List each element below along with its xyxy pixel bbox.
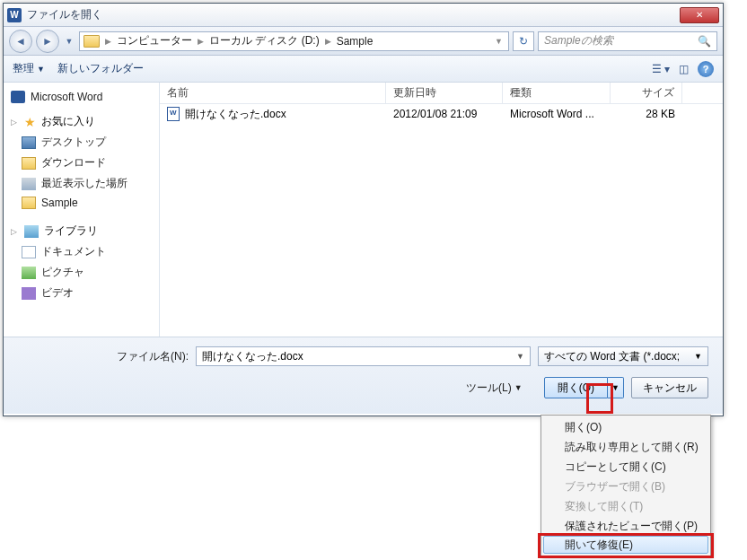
chevron-down-icon[interactable]: ▼ [493,37,505,46]
path-segment[interactable]: Sample [335,35,375,48]
col-type[interactable]: 種類 [503,83,611,103]
sidebar-item-videos[interactable]: ビデオ [4,283,159,303]
chevron-right-icon: ▶ [323,37,333,46]
new-folder-button[interactable]: 新しいフォルダー [57,61,144,76]
preview-pane-button[interactable]: ◫ [679,63,689,75]
document-icon [22,246,36,258]
picture-icon [22,267,36,279]
chevron-right-icon: ▶ [103,37,113,46]
file-type: Microsoft Word ... [503,108,611,120]
open-dropdown-button[interactable]: ▼ [608,377,624,398]
col-date[interactable]: 更新日時 [386,83,503,103]
menu-open-protected[interactable]: 保護されたビューで開く(P) [543,516,708,536]
file-date: 2012/01/08 21:09 [386,108,503,120]
star-icon: ★ [24,116,36,128]
col-size[interactable]: サイズ [611,83,682,103]
sidebar-group-libraries[interactable]: ▷ライブラリ [4,221,159,241]
chevron-down-icon[interactable]: ▼ [516,352,524,361]
sidebar-item-desktop[interactable]: デスクトップ [4,132,159,153]
menu-open-copy[interactable]: コピーとして開く(C) [543,457,708,477]
sidebar-item-word[interactable]: Microsoft Word [4,88,159,106]
open-file-dialog: W ファイルを開く ✕ ◄ ► ▼ ▶ コンピューター ▶ ローカル ディスク … [3,3,724,416]
back-button[interactable]: ◄ [9,30,32,53]
nav-history-dropdown[interactable]: ▼ [63,31,75,51]
body: Microsoft Word ▷★お気に入り デスクトップ ダウンロード 最近表… [4,83,723,337]
col-name[interactable]: 名前 [160,83,386,103]
sidebar-item-pictures[interactable]: ピクチャ [4,262,159,283]
chevron-down-icon: ▼ [694,352,702,361]
path-segment[interactable]: ローカル ディスク (D:) [207,33,321,48]
sidebar-item-documents[interactable]: ドキュメント [4,241,159,262]
file-name: 開けなくなった.docx [185,108,286,120]
menu-open-transform: 変換して開く(T) [543,496,708,516]
menu-open[interactable]: 開く(O) [543,417,708,437]
filename-input[interactable]: 開けなくなった.docx▼ [196,346,531,366]
search-placeholder: Sampleの検索 [544,33,613,48]
docx-icon [167,107,180,121]
word-icon [11,91,25,103]
nav-bar: ◄ ► ▼ ▶ コンピューター ▶ ローカル ディスク (D:) ▶ Sampl… [4,27,723,56]
open-button-group: 開く(O) ▼ [544,377,624,398]
folder-icon [22,197,36,209]
close-button[interactable]: ✕ [680,7,719,23]
dialog-title: ファイルを開く [27,7,680,22]
sidebar: Microsoft Word ▷★お気に入り デスクトップ ダウンロード 最近表… [4,83,160,337]
file-type-filter[interactable]: すべての Word 文書 (*.docx;▼ [538,346,708,366]
breadcrumb[interactable]: ▶ コンピューター ▶ ローカル ディスク (D:) ▶ Sample ▼ [79,31,509,51]
file-size: 28 KB [611,108,682,120]
open-mode-menu: 開く(O) 読み取り専用として開く(R) コピーとして開く(C) ブラウザーで開… [540,415,711,556]
folder-icon [83,35,100,48]
toolbar: 整理▼ 新しいフォルダー ☰ ▾ ◫ ? [4,56,723,83]
download-icon [22,157,36,170]
recent-icon [22,178,36,190]
desktop-icon [22,136,36,149]
titlebar[interactable]: W ファイルを開く ✕ [4,4,723,27]
tools-menu[interactable]: ツール(L)▼ [466,381,523,396]
sidebar-group-favorites[interactable]: ▷★お気に入り [4,111,159,132]
expand-icon: ▷ [11,227,17,236]
word-icon: W [7,8,22,22]
filename-label: ファイル名(N): [117,349,189,364]
menu-open-browser: ブラウザーで開く(B) [543,477,708,496]
cancel-button[interactable]: キャンセル [631,377,708,398]
file-row[interactable]: 開けなくなった.docx 2012/01/08 21:09 Microsoft … [160,104,723,124]
file-list: 名前 更新日時 種類 サイズ 開けなくなった.docx 2012/01/08 2… [160,83,723,337]
refresh-button[interactable]: ↻ [513,31,534,51]
search-input[interactable]: Sampleの検索 🔍 [538,31,717,51]
sidebar-item-recent[interactable]: 最近表示した場所 [4,173,159,194]
forward-button[interactable]: ► [36,30,59,53]
menu-open-readonly[interactable]: 読み取り専用として開く(R) [543,437,708,457]
menu-open-repair[interactable]: 開いて修復(E) [543,536,708,554]
help-icon[interactable]: ? [698,61,714,77]
path-segment[interactable]: コンピューター [115,33,194,48]
bottom-panel: ファイル名(N): 開けなくなった.docx▼ すべての Word 文書 (*.… [4,337,723,414]
chevron-right-icon: ▶ [196,37,206,46]
view-options-button[interactable]: ☰ ▾ [652,63,670,75]
sidebar-item-sample[interactable]: Sample [4,194,159,212]
video-icon [22,287,36,300]
sidebar-item-downloads[interactable]: ダウンロード [4,153,159,173]
organize-menu[interactable]: 整理▼ [13,61,45,76]
library-icon [24,225,39,238]
open-button[interactable]: 開く(O) [544,377,608,398]
search-icon: 🔍 [698,35,711,48]
column-headers: 名前 更新日時 種類 サイズ [160,83,723,104]
expand-icon: ▷ [11,118,17,127]
